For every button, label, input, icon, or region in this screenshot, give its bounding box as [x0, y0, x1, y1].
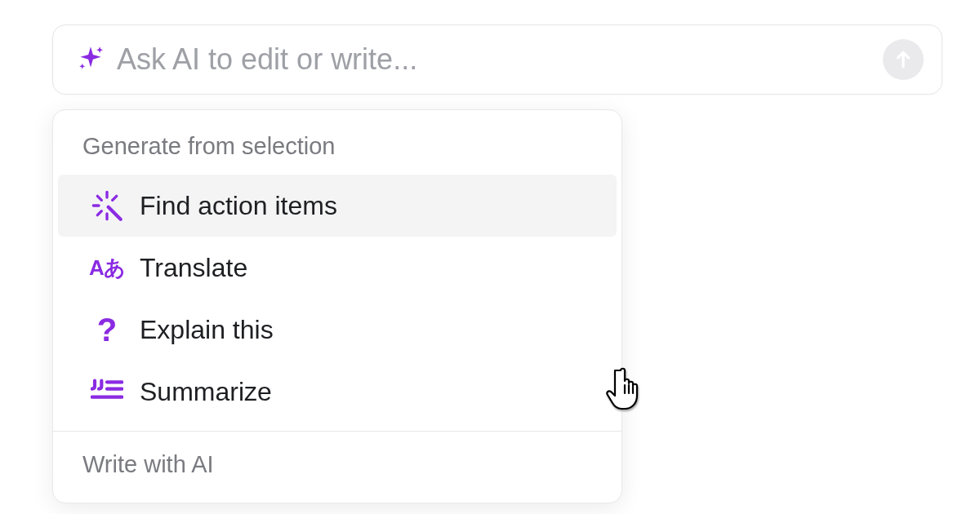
menu-item-label: Summarize [140, 377, 272, 407]
question-icon: ? [82, 313, 131, 346]
menu-item-explain[interactable]: ? Explain this [58, 299, 617, 361]
ai-actions-panel: Generate from selection [52, 109, 622, 503]
wand-icon [82, 189, 131, 222]
menu-item-translate[interactable]: Aあ Translate [58, 237, 617, 299]
ai-prompt-input[interactable] [117, 42, 870, 77]
summarize-icon [82, 375, 131, 408]
submit-button[interactable] [883, 39, 924, 80]
svg-line-5 [97, 211, 101, 215]
menu-item-summarize[interactable]: Summarize [58, 361, 617, 423]
section-header-write: Write with AI [53, 432, 621, 503]
menu-item-label: Explain this [140, 315, 274, 345]
menu-item-label: Find action items [140, 191, 337, 221]
ai-prompt-bar[interactable] [52, 24, 942, 95]
menu-item-find-action-items[interactable]: Find action items [58, 175, 617, 237]
sparkle-icon [74, 43, 107, 76]
ai-actions-menu: Find action items Aあ Translate ? Explain… [53, 175, 621, 431]
svg-line-6 [109, 207, 121, 219]
section-header-generate: Generate from selection [53, 110, 621, 175]
svg-line-4 [113, 196, 117, 200]
svg-line-3 [97, 196, 101, 200]
translate-icon: Aあ [82, 257, 131, 278]
menu-item-label: Translate [140, 253, 247, 283]
